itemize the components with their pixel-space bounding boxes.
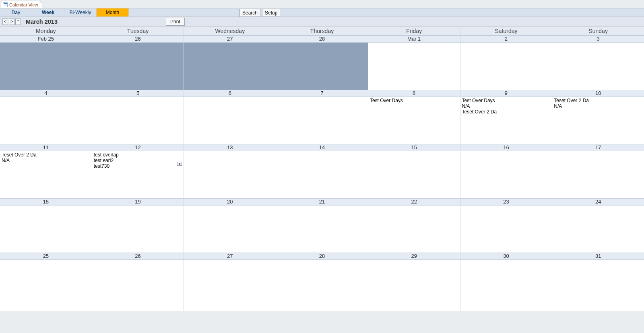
today-button[interactable]: ^ (15, 18, 21, 25)
day-cell[interactable] (92, 206, 184, 253)
date-header-cell: 8 (368, 90, 460, 97)
calendar-sub-header: < > ^ March 2013 Print (0, 17, 644, 27)
day-cell[interactable] (368, 151, 460, 198)
event-item[interactable]: Teset Over 2 Da (462, 109, 551, 115)
date-header-cell: 20 (184, 199, 276, 205)
day-cell[interactable] (0, 260, 92, 311)
day-cell[interactable] (460, 151, 553, 198)
day-cell[interactable] (0, 206, 92, 253)
date-header-cell: 25 (0, 253, 92, 259)
event-item[interactable]: N/A (2, 158, 90, 163)
day-cell[interactable] (368, 206, 460, 253)
date-header-cell: Mar 1 (368, 36, 460, 42)
event-item[interactable]: N/A (462, 103, 551, 109)
date-header-cell: 3 (552, 36, 644, 42)
day-cell[interactable] (552, 260, 644, 311)
day-cell[interactable] (460, 206, 553, 253)
view-tab-week[interactable]: Week (32, 8, 64, 16)
day-cell[interactable] (276, 97, 368, 144)
week-row (0, 43, 644, 90)
day-cell[interactable]: Teset Over 2 DaN/A (0, 151, 92, 198)
event-item[interactable]: N/A (554, 103, 642, 109)
event-item[interactable]: Test Over Days (370, 98, 458, 103)
date-header-cell: 4 (0, 90, 92, 97)
date-header-cell: 29 (368, 253, 460, 259)
day-cell[interactable] (276, 151, 368, 198)
day-cell[interactable]: Test Over Days (368, 97, 460, 144)
weekday-header: Friday (368, 27, 460, 35)
date-header-cell: 7 (276, 90, 368, 97)
week-row (0, 260, 644, 311)
date-header-cell: 26 (92, 36, 184, 42)
event-item[interactable]: Test Over Days (462, 98, 551, 103)
day-cell[interactable]: test overlaptest earl2test730▲ (92, 151, 184, 198)
week-row: Teset Over 2 DaN/Atest overlaptest earl2… (0, 151, 644, 199)
prev-button[interactable]: < (2, 18, 8, 25)
view-tab-month[interactable]: Month (97, 8, 129, 16)
view-tab-day[interactable]: Day (0, 8, 32, 16)
next-button[interactable]: > (9, 18, 14, 25)
date-header-cell: 10 (552, 90, 644, 97)
day-cell[interactable] (0, 97, 92, 144)
day-cell[interactable] (0, 43, 92, 90)
search-button[interactable]: Search (239, 9, 260, 17)
date-header-cell: 15 (368, 144, 460, 151)
day-cell[interactable] (184, 260, 276, 311)
day-cell[interactable]: Test Over DaysN/ATeset Over 2 Da (460, 97, 553, 144)
weekday-header: Saturday (460, 27, 553, 35)
day-cell[interactable] (184, 206, 276, 253)
weekday-header: Tuesday (92, 27, 184, 35)
weekday-header: Monday (0, 27, 92, 35)
more-events-icon[interactable]: ▲ (177, 162, 182, 166)
view-tab-bi-weekly[interactable]: Bi-Weekly (64, 8, 97, 16)
date-header-cell: 5 (92, 90, 184, 97)
print-button[interactable]: Print (166, 18, 185, 26)
document-tab-bar: Calendar View (0, 0, 644, 8)
calendar-grid: MondayTuesdayWednesdayThursdayFridaySatu… (0, 27, 644, 333)
date-header-cell: 21 (276, 199, 368, 205)
day-cell[interactable] (184, 151, 276, 198)
day-cell[interactable] (92, 97, 184, 144)
day-cell[interactable] (552, 151, 644, 198)
date-header-cell: 14 (276, 144, 368, 151)
date-header-cell: 26 (92, 253, 184, 259)
day-cell[interactable] (92, 43, 184, 90)
date-header-cell: 28 (276, 253, 368, 259)
day-cell[interactable] (552, 43, 644, 90)
day-cell[interactable] (184, 97, 276, 144)
date-header-cell: 19 (92, 199, 184, 205)
weekday-header-row: MondayTuesdayWednesdayThursdayFridaySatu… (0, 27, 644, 36)
date-header-cell: 31 (552, 253, 644, 259)
date-header-cell: 11 (0, 144, 92, 151)
date-header-row: 45678910 (0, 90, 644, 97)
day-cell[interactable] (368, 43, 460, 90)
day-cell[interactable] (276, 43, 368, 90)
event-item[interactable]: Teset Over 2 Da (554, 98, 642, 103)
day-cell[interactable] (460, 43, 553, 90)
day-cell[interactable] (368, 260, 460, 311)
event-item[interactable]: Teset Over 2 Da (2, 152, 90, 158)
day-cell[interactable] (276, 206, 368, 253)
day-cell[interactable] (184, 43, 276, 90)
event-item[interactable]: test730 (94, 163, 182, 169)
date-header-cell: 9 (460, 90, 553, 97)
day-cell[interactable] (276, 260, 368, 311)
date-header-cell: 18 (0, 199, 92, 205)
week-row (0, 206, 644, 253)
date-header-cell: 6 (184, 90, 276, 97)
date-header-row: 25262728293031 (0, 253, 644, 260)
day-cell[interactable] (460, 260, 553, 311)
date-header-cell: 23 (460, 199, 553, 205)
date-header-cell: 16 (460, 144, 553, 151)
date-header-row: Feb 25262728Mar 123 (0, 36, 644, 43)
date-header-cell: 17 (552, 144, 644, 151)
weekday-header: Thursday (276, 27, 368, 35)
calendar-view-tab[interactable]: Calendar View (1, 1, 42, 8)
day-cell[interactable] (552, 206, 644, 253)
day-cell[interactable] (92, 260, 184, 311)
day-cell[interactable]: Teset Over 2 DaN/A (552, 97, 644, 144)
setup-button[interactable]: Setup (262, 9, 280, 17)
form-icon (3, 2, 8, 7)
event-item[interactable]: test earl2 (94, 158, 182, 163)
event-item[interactable]: test overlap (94, 152, 182, 158)
